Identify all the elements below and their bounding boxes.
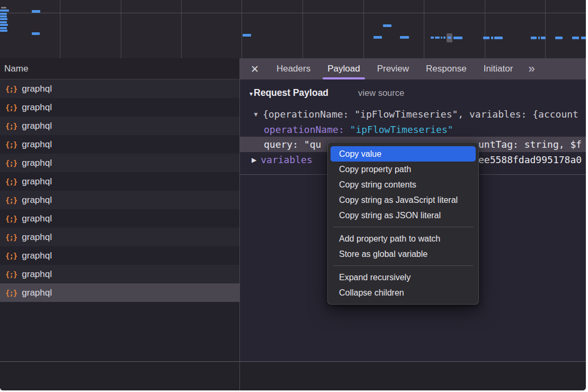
request-row[interactable]: {;}graphql <box>0 98 239 117</box>
footer-bar <box>0 362 586 390</box>
overview-request-bar <box>383 24 391 27</box>
json-braces-icon: {;} <box>5 233 17 242</box>
overview-request-bar <box>0 13 7 15</box>
section-collapse-triangle-icon[interactable]: ▾ <box>250 90 253 97</box>
property-key: query: <box>264 139 304 150</box>
close-icon[interactable]: ✕ <box>251 64 259 74</box>
name-column-label: Name <box>4 64 28 74</box>
overview-gridline <box>485 0 485 58</box>
expand-triangle-icon[interactable]: ▶ <box>252 156 256 164</box>
request-name-label: graphql <box>22 176 52 187</box>
request-row[interactable]: {;}graphql <box>0 283 239 302</box>
overview-request-bar <box>0 21 7 23</box>
request-name-label: graphql <box>22 269 52 280</box>
overview-request-bar <box>494 37 503 39</box>
overview-request-bar <box>0 15 7 17</box>
menu-item-store-as-global-variable[interactable]: Store as global variable <box>328 246 478 262</box>
overview-request-bar <box>448 37 451 39</box>
request-row[interactable]: {;}graphql <box>0 117 239 135</box>
overview-gray-bar <box>1 7 6 8</box>
json-braces-icon: {;} <box>5 177 17 186</box>
menu-item-collapse-children[interactable]: Collapse children <box>328 285 478 300</box>
request-payload-section: ▾ Request Payload view source <box>250 87 404 99</box>
menu-item-copy-property-path[interactable]: Copy property path <box>328 162 478 177</box>
overview-request-bar <box>0 24 8 26</box>
panel-resize-divider[interactable] <box>239 58 240 390</box>
request-row[interactable]: {;}graphql <box>0 228 239 246</box>
request-name-label: graphql <box>22 288 52 298</box>
property-key: variables <box>261 154 313 165</box>
json-braces-icon: {;} <box>5 252 17 260</box>
property-value: "ipFlowTimeseries" <box>350 124 453 135</box>
overview-request-bar <box>581 37 586 39</box>
request-row[interactable]: {;}graphql <box>0 265 239 283</box>
tab-response[interactable]: Response <box>421 58 471 79</box>
json-braces-icon: {;} <box>5 159 17 167</box>
menu-item-copy-string-as-json-literal[interactable]: Copy string as JSON literal <box>328 208 478 223</box>
request-name-label: graphql <box>22 139 52 150</box>
overview-gridline <box>181 0 182 58</box>
network-overview-strip[interactable] <box>0 0 586 59</box>
more-tabs-icon[interactable]: » <box>528 63 534 75</box>
request-row[interactable]: {;}graphql <box>0 154 239 172</box>
request-name-label: graphql <box>22 232 52 243</box>
context-menu: Copy valueCopy property pathCopy string … <box>327 142 479 305</box>
json-braces-icon: {;} <box>5 215 17 223</box>
overview-gridline <box>0 13 586 13</box>
tab-headers[interactable]: Headers <box>272 58 315 79</box>
request-row[interactable]: {;}graphql <box>0 172 239 191</box>
request-row[interactable]: {;}graphql <box>0 79 239 98</box>
overview-gridline <box>121 0 121 58</box>
detail-tab-bar: ✕ HeadersPayloadPreviewResponseInitiator… <box>240 58 586 79</box>
overview-gridline <box>302 0 303 58</box>
menu-separator <box>333 265 473 266</box>
json-braces-icon: {;} <box>5 122 17 130</box>
menu-item-copy-string-contents[interactable]: Copy string contents <box>328 177 478 192</box>
menu-item-copy-string-as-javascript-literal[interactable]: Copy string as JavaScript literal <box>328 192 478 208</box>
operation-name-row[interactable]: operationName: "ipFlowTimeseries" <box>264 122 453 137</box>
overview-request-bar <box>243 34 251 37</box>
overview-request-bar <box>531 37 537 39</box>
overview-request-bar <box>400 36 409 39</box>
json-braces-icon: {;} <box>5 289 17 297</box>
request-name-label: graphql <box>22 213 52 224</box>
menu-item-copy-value[interactable]: Copy value <box>331 146 476 162</box>
menu-item-add-property-path-to-watch[interactable]: Add property path to watch <box>328 231 478 246</box>
overview-request-bar <box>555 37 563 39</box>
overview-request-bar <box>0 18 7 20</box>
request-payload-title: Request Payload <box>254 87 328 99</box>
request-rows: {;}graphql{;}graphql{;}graphql{;}graphql… <box>0 79 239 302</box>
payload-root-row[interactable]: ▼ {operationName: "ipFlowTimeseries", va… <box>253 106 578 122</box>
json-braces-icon: {;} <box>5 140 17 149</box>
menu-item-expand-recursively[interactable]: Expand recursively <box>328 270 478 285</box>
tab-payload[interactable]: Payload <box>323 58 364 79</box>
overview-request-bar <box>32 32 40 35</box>
tab-preview[interactable]: Preview <box>372 58 414 79</box>
request-row[interactable]: {;}graphql <box>0 135 239 154</box>
property-key: operationName: <box>264 124 350 135</box>
collapse-triangle-icon[interactable]: ▼ <box>253 111 259 118</box>
json-braces-icon: {;} <box>5 85 17 93</box>
overview-gridline <box>363 0 364 58</box>
json-braces-icon: {;} <box>5 270 17 279</box>
request-row[interactable]: {;}graphql <box>0 209 239 228</box>
request-name-label: graphql <box>22 195 52 206</box>
overview-request-bar <box>483 37 489 39</box>
requests-panel: Name {;}graphql{;}graphql{;}graphql{;}gr… <box>0 58 239 361</box>
payload-root-preview: {operationName: "ipFlowTimeseries", vari… <box>263 109 578 120</box>
view-source-link[interactable]: view source <box>358 88 404 98</box>
request-name-label: graphql <box>22 102 52 113</box>
request-row[interactable]: {;}graphql <box>0 191 239 209</box>
property-value-left: "qu <box>304 139 322 150</box>
overview-request-bar <box>373 36 382 39</box>
overview-request-bar <box>0 30 7 32</box>
request-row[interactable]: {;}graphql <box>0 246 239 265</box>
name-column-header[interactable]: Name <box>0 58 239 79</box>
overview-request-bar <box>541 37 546 39</box>
request-name-label: graphql <box>22 121 52 131</box>
tab-initiator[interactable]: Initiator <box>479 58 518 79</box>
menu-separator <box>333 227 473 227</box>
devtools-window: Name {;}graphql{;}graphql{;}graphql{;}gr… <box>0 0 586 390</box>
property-value-right: ee5588fdad995178a0 <box>478 152 582 167</box>
overview-request-bar <box>538 37 540 39</box>
